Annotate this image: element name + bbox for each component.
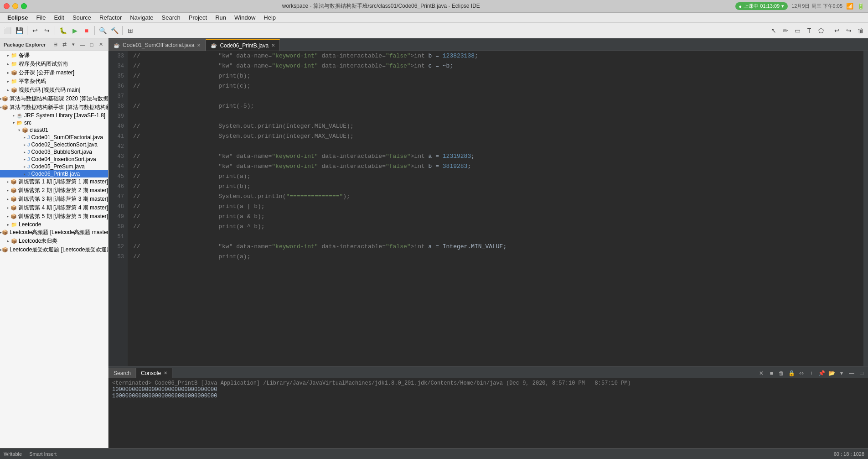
scroll-lock-button[interactable]: 🔒 (787, 369, 796, 378)
code-line-41[interactable]: // System.out.println(Integer.MAX_VALUE)… (133, 131, 863, 141)
tree-expand-arrow[interactable]: ▸ (11, 114, 16, 118)
code-line-44[interactable]: // "kw" data-name="keyword-int" data-int… (133, 162, 863, 172)
remove-terminated-button[interactable]: 🗑 (777, 369, 786, 378)
close-tab-code06[interactable]: ✕ (271, 43, 275, 48)
close-tab-code01[interactable]: ✕ (197, 43, 201, 48)
menu-window[interactable]: Window (231, 13, 259, 22)
polygon-tool[interactable]: ⬠ (816, 25, 827, 36)
tree-item-4[interactable]: ▸📦视频代码 [视频代码 main] (0, 86, 108, 94)
code-line-46[interactable]: // print(b); (133, 182, 863, 192)
tree-expand-arrow[interactable]: ▾ (11, 121, 16, 125)
tree-expand-arrow[interactable]: ▸ (5, 197, 11, 201)
close-console-tab[interactable]: ✕ (164, 370, 167, 376)
menu-help[interactable]: Help (260, 13, 279, 22)
minimize-button[interactable] (12, 3, 18, 9)
perspective-button[interactable]: ⊞ (125, 25, 136, 36)
writable-status[interactable]: Writable (4, 451, 22, 457)
rect-tool[interactable]: ▭ (792, 25, 803, 36)
tree-item-19[interactable]: ▸📦训练营第 4 期 [训练营第 4 期 master] (0, 203, 108, 212)
debug-button[interactable]: 🐛 (57, 25, 68, 36)
maximize-panel-button[interactable]: □ (88, 41, 95, 48)
tree-item-24[interactable]: ▸📦Leetcode最受欢迎题 [Leetcode最受欢迎题/ mast (0, 245, 108, 254)
tree-expand-arrow[interactable]: ▸ (5, 62, 11, 66)
tree-expand-arrow[interactable]: ▸ (5, 88, 11, 92)
tree-item-9[interactable]: ▾📦class01 (0, 126, 108, 134)
editor-scrollbar[interactable] (863, 51, 868, 366)
tree-expand-arrow[interactable]: ▸ (22, 143, 27, 147)
code-line-40[interactable]: // System.out.println(Integer.MIN_VALUE)… (133, 121, 863, 131)
tree-item-10[interactable]: ▸JCode01_SumOfFactorial.java (0, 134, 108, 141)
tree-item-2[interactable]: ▸📦公开课 [公开课 master] (0, 68, 108, 77)
menu-source[interactable]: Source (69, 13, 95, 22)
package-explorer-tree[interactable]: ▸📁备课▸📁程序员代码图试指南▸📦公开课 [公开课 master]▸📁平常杂代码… (0, 51, 108, 448)
pencil-tool[interactable]: ✏ (780, 25, 791, 36)
tree-item-6[interactable]: ▾📦算法与数据结构新手班 [算法与数据结构新手班/ (0, 103, 108, 112)
delete-draw-button[interactable]: 🗑 (855, 25, 866, 36)
open-file-button[interactable]: 📂 (827, 369, 836, 378)
code-line-50[interactable]: // print(a ^ b); (133, 222, 863, 232)
tree-expand-arrow[interactable]: ▸ (5, 214, 11, 219)
code-line-43[interactable]: // "kw" data-name="keyword-int" data-int… (133, 151, 863, 162)
code-line-51[interactable] (133, 232, 863, 242)
tree-item-13[interactable]: ▸JCode04_InsertionSort.java (0, 156, 108, 163)
code-content[interactable]: // "kw" data-name="keyword-int" data-int… (128, 51, 863, 366)
stop-button[interactable]: ■ (81, 25, 92, 36)
tree-item-1[interactable]: ▸📁程序员代码图试指南 (0, 60, 108, 68)
minimize-console-button[interactable]: — (847, 369, 856, 378)
tree-expand-arrow[interactable]: ▸ (5, 239, 11, 243)
code-line-49[interactable]: // print(a & b); (133, 212, 863, 222)
run-button[interactable]: ▶ (69, 25, 80, 36)
insert-mode-status[interactable]: Smart Insert (29, 451, 57, 457)
tree-item-20[interactable]: ▸📦训练营第 5 期 [训练营第 5 期 master] (0, 212, 108, 221)
new-button[interactable]: ⬜ (2, 25, 13, 36)
code-editor[interactable]: 3334353637383940414243444546474849505152… (108, 51, 868, 366)
menu-navigate[interactable]: Navigate (126, 13, 157, 22)
code-line-35[interactable]: // print(b); (133, 71, 863, 81)
tree-expand-arrow[interactable]: ▸ (22, 136, 27, 140)
tree-item-22[interactable]: ▸📦Leetcode高频题 [Leetcode高频题 master] (0, 228, 108, 237)
tab-code01[interactable]: ☕ Code01_SumOfFactorial.java ✕ (108, 39, 206, 51)
word-wrap-button[interactable]: ⇔ (797, 369, 806, 378)
redo-button[interactable]: ↪ (41, 25, 52, 36)
view-menu-console-button[interactable]: ▾ (837, 369, 846, 378)
clear-console-button[interactable]: ✕ (757, 369, 766, 378)
tree-item-3[interactable]: ▸📁平常杂代码 (0, 77, 108, 86)
position-status[interactable]: 60 : 18 : 1028 (834, 451, 864, 457)
menu-refactor[interactable]: Refactor (96, 13, 125, 22)
menu-file[interactable]: File (33, 13, 50, 22)
tree-item-8[interactable]: ▾📂src (0, 119, 108, 126)
tree-expand-arrow[interactable]: ▸ (22, 157, 27, 162)
new-console-button[interactable]: + (807, 369, 816, 378)
select-tool[interactable]: ↖ (768, 25, 779, 36)
menu-edit[interactable]: Edit (50, 13, 67, 22)
tree-item-16[interactable]: ▸📦训练营第 1 期 [训练营第 1 期 master] (0, 177, 108, 186)
code-line-39[interactable] (133, 111, 863, 121)
tree-expand-arrow[interactable]: ▸ (5, 188, 11, 193)
maximize-console-button[interactable]: □ (857, 369, 866, 378)
tree-item-7[interactable]: ▸☕JRE System Library [JavaSE-1.8] (0, 112, 108, 119)
redo-draw-button[interactable]: ↪ (843, 25, 854, 36)
code-line-45[interactable]: // print(a); (133, 172, 863, 182)
code-line-37[interactable] (133, 91, 863, 101)
code-line-52[interactable]: // "kw" data-name="keyword-int" data-int… (133, 242, 863, 252)
tree-expand-arrow[interactable]: ▸ (22, 172, 27, 176)
code-line-53[interactable]: // print(a); (133, 252, 863, 262)
tree-item-5[interactable]: ▸📦算法与数据结构基础课 2020 [算法与数据结构基础 (0, 94, 108, 103)
code-line-33[interactable]: // "kw" data-name="keyword-int" data-int… (133, 51, 863, 61)
code-line-48[interactable]: // print(a | b); (133, 202, 863, 212)
close-panel-button[interactable]: ✕ (97, 41, 104, 48)
tree-item-12[interactable]: ▸JCode03_BubbleSort.java (0, 148, 108, 156)
code-line-42[interactable] (133, 141, 863, 151)
tree-expand-arrow[interactable]: ▾ (16, 128, 22, 132)
save-button[interactable]: 💾 (14, 25, 25, 36)
pin-console-button[interactable]: 📌 (817, 369, 826, 378)
maximize-button[interactable] (21, 3, 27, 9)
link-with-editor-button[interactable]: ⇄ (61, 41, 68, 48)
undo-draw-button[interactable]: ↩ (832, 25, 842, 36)
code-line-34[interactable]: // "kw" data-name="keyword-int" data-int… (133, 61, 863, 71)
tree-item-11[interactable]: ▸JCode02_SelectionSort.java (0, 141, 108, 148)
chevron-down-icon[interactable]: ▾ (781, 3, 784, 9)
tree-expand-arrow[interactable]: ▸ (5, 223, 11, 227)
tree-expand-arrow[interactable]: ▸ (22, 150, 27, 154)
menu-project[interactable]: Project (185, 13, 211, 22)
